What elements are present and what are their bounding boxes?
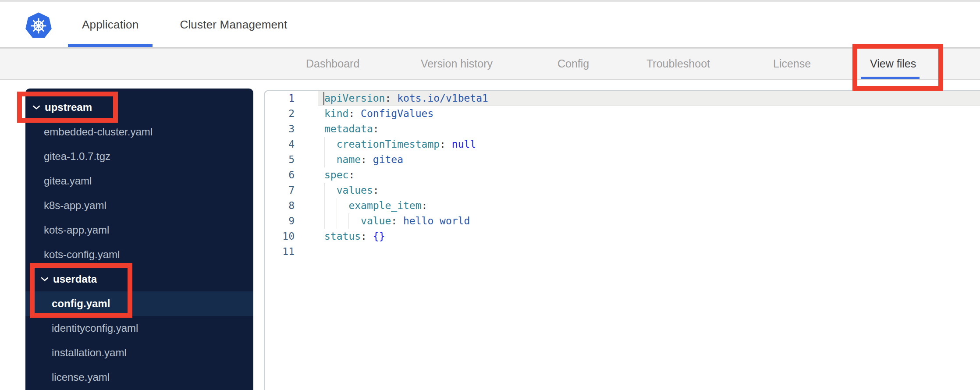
indent-guide — [337, 198, 349, 213]
tree-file-label: installation.yaml — [52, 347, 127, 359]
token-const: null — [452, 138, 476, 150]
token-key: example_item — [348, 200, 421, 211]
tree-file-label: kots-app.yaml — [44, 224, 109, 236]
tree-file-license.yaml[interactable]: license.yaml — [25, 365, 253, 390]
tree-file-label: kots-config.yaml — [44, 248, 120, 261]
indent-guide — [324, 198, 337, 213]
tree-file-identityconfig.yaml[interactable]: identityconfig.yaml — [25, 316, 253, 340]
token-key: values — [337, 184, 373, 196]
subnav-tab-license[interactable]: License — [773, 49, 811, 79]
code-line-1[interactable]: 1apiVersion: kots.io/v1beta1 — [265, 91, 980, 106]
line-number: 7 — [265, 183, 308, 198]
indent-guide — [337, 213, 349, 229]
subnav-tab-view-files[interactable]: View files — [870, 49, 916, 79]
indent-guide — [348, 213, 361, 229]
token-key: spec — [324, 169, 348, 181]
token-punc: : — [440, 138, 452, 150]
file-tree-sidebar: upstreamembedded-cluster.yamlgitea-1.0.7… — [25, 89, 253, 390]
tree-file-label: license.yaml — [52, 371, 110, 383]
tree-folder-label: upstream — [45, 101, 92, 113]
token-punc: : — [373, 184, 379, 196]
code-line-content: spec: — [308, 167, 980, 183]
code-line-content: creationTimestamp: null — [308, 137, 980, 152]
token-str: hello world — [403, 215, 470, 227]
token-str: ConfigValues — [361, 108, 433, 119]
primary-tab-application[interactable]: Application — [68, 2, 153, 47]
tree-folder-label: userdata — [53, 273, 97, 285]
code-line-3[interactable]: 3metadata: — [265, 121, 980, 137]
token-punc: : — [348, 169, 355, 181]
code-line-content: kind: ConfigValues — [308, 106, 980, 121]
token-const: {} — [373, 230, 385, 242]
primary-tab-label: Application — [82, 18, 138, 32]
line-number: 5 — [265, 152, 308, 167]
line-number: 8 — [265, 198, 308, 213]
code-line-10[interactable]: 10status: {} — [265, 229, 980, 244]
tree-file-config.yaml[interactable]: config.yaml — [25, 291, 253, 316]
token-punc: : — [422, 200, 428, 211]
tree-file-installation.yaml[interactable]: installation.yaml — [25, 340, 253, 365]
primary-tab-cluster-management[interactable]: Cluster Management — [166, 2, 301, 47]
token-key: apiVersion — [324, 92, 385, 104]
yaml-file-viewer[interactable]: 1apiVersion: kots.io/v1beta12kind: Confi… — [264, 90, 980, 390]
code-line-content: value: hello world — [308, 213, 980, 229]
subnav-tab-troubleshoot[interactable]: Troubleshoot — [646, 49, 710, 79]
code-line-content — [308, 244, 980, 259]
token-key: kind — [324, 108, 348, 119]
line-number: 3 — [265, 121, 308, 137]
token-key: creationTimestamp — [337, 138, 440, 150]
code-line-2[interactable]: 2kind: ConfigValues — [265, 106, 980, 121]
indent-guide — [324, 213, 337, 229]
line-number: 11 — [265, 244, 308, 259]
kots-admin-console: ApplicationCluster Management DashboardV… — [0, 0, 980, 390]
text-cursor — [323, 92, 324, 105]
tree-file-label: identityconfig.yaml — [52, 322, 138, 334]
token-punc: : — [373, 123, 379, 135]
chevron-down-icon — [41, 277, 49, 282]
code-line-content: status: {} — [308, 229, 980, 244]
tree-file-label: embedded-cluster.yaml — [44, 126, 153, 138]
tree-file-embedded-cluster.yaml[interactable]: embedded-cluster.yaml — [25, 120, 253, 144]
token-key: name — [337, 154, 361, 165]
token-key: metadata — [324, 123, 373, 135]
code-line-5[interactable]: 5name: gitea — [265, 152, 980, 167]
token-punc: : — [361, 230, 373, 242]
token-str: kots.io/v1beta1 — [397, 92, 488, 104]
code-line-9[interactable]: 9value: hello world — [265, 213, 980, 229]
token-key: value — [361, 215, 391, 227]
tree-file-gitea.yaml[interactable]: gitea.yaml — [25, 169, 253, 193]
subnav-tab-version-history[interactable]: Version history — [421, 49, 493, 79]
chevron-down-icon — [32, 105, 40, 110]
app-subnav: DashboardVersion historyConfigTroublesho… — [0, 48, 980, 80]
app-header: ApplicationCluster Management — [0, 2, 980, 48]
tree-file-label: k8s-app.yaml — [44, 199, 107, 212]
line-number: 2 — [265, 106, 308, 121]
code-line-content: name: gitea — [308, 152, 980, 167]
subnav-tab-dashboard[interactable]: Dashboard — [306, 49, 359, 79]
token-key: status — [324, 230, 361, 242]
code-line-4[interactable]: 4creationTimestamp: null — [265, 137, 980, 152]
code-line-6[interactable]: 6spec: — [265, 167, 980, 183]
tree-file-k8s-app.yaml[interactable]: k8s-app.yaml — [25, 193, 253, 218]
code-line-content: metadata: — [308, 121, 980, 137]
tree-file-label: config.yaml — [52, 298, 110, 310]
tree-folder-upstream[interactable]: upstream — [25, 95, 253, 120]
line-number: 6 — [265, 167, 308, 183]
line-number: 9 — [265, 213, 308, 229]
tree-file-kots-config.yaml[interactable]: kots-config.yaml — [25, 242, 253, 267]
tree-file-gitea-1.0.7.tgz[interactable]: gitea-1.0.7.tgz — [25, 144, 253, 169]
token-punc: : — [348, 108, 361, 119]
tree-file-kots-app.yaml[interactable]: kots-app.yaml — [25, 218, 253, 242]
code-line-content: apiVersion: kots.io/v1beta1 — [308, 91, 980, 106]
indent-guide — [324, 183, 337, 198]
indent-guide — [324, 152, 337, 167]
tree-folder-userdata[interactable]: userdata — [25, 267, 253, 291]
code-line-7[interactable]: 7values: — [265, 183, 980, 198]
primary-tabs: ApplicationCluster Management — [68, 2, 301, 47]
code-line-11[interactable]: 11 — [265, 244, 980, 259]
subnav-tab-config[interactable]: Config — [557, 49, 589, 79]
code-line-8[interactable]: 8example_item: — [265, 198, 980, 213]
indent-guide — [324, 137, 337, 152]
token-punc: : — [391, 215, 403, 227]
code-line-content: example_item: — [308, 198, 980, 213]
